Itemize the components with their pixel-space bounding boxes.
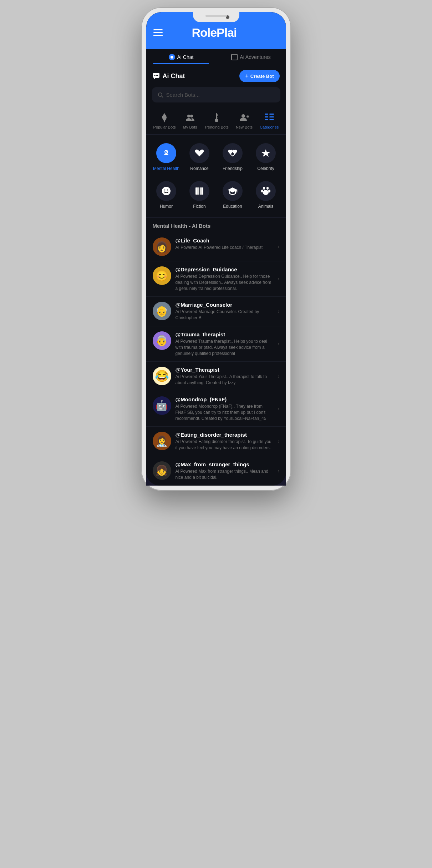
category-romance-label: Romance — [190, 166, 208, 171]
nav-trending-label: Trending Bots — [204, 125, 229, 129]
section-title: Ai Chat — [153, 72, 185, 80]
bot-desc-life-coach: AI Powered AI Powered Life coach / Thera… — [176, 245, 274, 251]
bot-desc-your-therapist: Ai Powered Your Therapist.. A therapist … — [176, 374, 274, 386]
svg-point-11 — [215, 119, 218, 122]
bots-section-label: Mental Health - AI Bots — [153, 223, 211, 229]
category-education[interactable]: Education — [216, 176, 249, 214]
category-fiction[interactable]: Fiction — [183, 176, 216, 214]
create-bot-label: Create Bot — [250, 74, 274, 79]
svg-point-29 — [162, 187, 171, 195]
svg-rect-23 — [269, 119, 274, 120]
bot-item-your-therapist[interactable]: 😂 @Your_Therapist Ai Powered Your Therap… — [146, 362, 286, 391]
bot-avatar-your-therapist: 😂 — [153, 367, 171, 385]
bot-desc-depression: Ai Powered Depression Guidance.. Help fo… — [176, 274, 274, 291]
nav-trending-bots[interactable]: Trending Bots — [204, 112, 229, 129]
bot-desc-max: Ai Powered Max from stranger things.. Me… — [176, 468, 274, 481]
category-friendship[interactable]: Friendship — [216, 138, 249, 176]
chevron-moondrop: › — [278, 406, 279, 412]
app-logo: RolePlai — [163, 26, 266, 40]
chevron-life-coach: › — [278, 244, 279, 250]
bot-name-trauma: @Trauma_therapist — [176, 331, 274, 337]
svg-point-39 — [261, 190, 263, 192]
bot-list: 👩 @Life_Coach AI Powered AI Powered Life… — [146, 232, 286, 486]
bot-item-marriage-counselor[interactable]: 👴 @Marriage_Counselor Ai Powered Marriag… — [146, 297, 286, 326]
phone-notch — [193, 12, 239, 22]
nav-icons-row: Popular Bots My Bots Trending Bots — [146, 108, 286, 135]
tab-bar: Ai Chat Ai Adventures — [146, 49, 286, 64]
category-celebrity[interactable]: Celebrity — [249, 138, 283, 176]
nav-categories[interactable]: Categories — [260, 112, 279, 129]
fire-icon — [159, 112, 170, 123]
category-mental-health[interactable]: Mental Health — [150, 138, 183, 176]
chevron-max: › — [278, 468, 279, 474]
bot-avatar-max: 👧 — [153, 461, 171, 480]
svg-rect-13 — [217, 115, 218, 116]
svg-point-3 — [154, 75, 155, 76]
svg-point-9 — [190, 115, 193, 117]
category-animals[interactable]: Animals — [249, 176, 283, 214]
svg-rect-20 — [265, 116, 268, 117]
bot-item-max-stranger-things[interactable]: 👧 @Max_from_stranger_things Ai Powered M… — [146, 456, 286, 486]
bot-item-trauma-therapist[interactable]: 👵 @Trauma_therapist Ai Powered Trauma th… — [146, 326, 286, 362]
nav-new-bots[interactable]: New Bots — [236, 112, 253, 129]
category-friendship-label: Friendship — [223, 166, 243, 171]
nav-my-bots-label: My Bots — [183, 125, 197, 129]
category-humor-label: Humor — [160, 204, 173, 209]
categories-icon — [264, 112, 275, 123]
bot-item-depression-guidance[interactable]: 😊 @Depression_Guidance Ai Powered Depres… — [146, 261, 286, 297]
humor-icon — [156, 181, 176, 201]
svg-point-30 — [164, 190, 166, 191]
create-bot-button[interactable]: + Create Bot — [239, 70, 279, 82]
svg-point-8 — [187, 115, 190, 117]
svg-marker-28 — [261, 149, 270, 157]
bot-name-marriage: @Marriage_Counselor — [176, 302, 274, 308]
chevron-your-therapist: › — [278, 373, 279, 380]
bots-section-header: Mental Health - AI Bots — [146, 218, 286, 232]
bot-item-life-coach[interactable]: 👩 @Life_Coach AI Powered AI Powered Life… — [146, 232, 286, 261]
screen-content: Ai Chat + Create Bot Search Bots... — [146, 64, 286, 486]
bot-name-max: @Max_from_stranger_things — [176, 461, 274, 467]
svg-point-4 — [156, 75, 157, 76]
app-header-bg: RolePlai — [146, 12, 286, 49]
svg-point-27 — [166, 151, 167, 152]
people-icon — [184, 112, 196, 123]
category-celebrity-label: Celebrity — [257, 166, 274, 171]
search-placeholder: Search Bots... — [166, 92, 200, 98]
bot-name-eating-disorder: @Eating_disorder_therapist — [176, 432, 274, 438]
svg-rect-18 — [265, 114, 268, 115]
svg-point-37 — [263, 187, 265, 190]
svg-point-42 — [264, 192, 265, 195]
phone-screen-area: RolePlai Ai Chat — [146, 12, 286, 486]
bot-name-life-coach: @Life_Coach — [176, 237, 274, 244]
friendship-icon — [223, 143, 243, 163]
tab-ai-adventures[interactable]: Ai Adventures — [216, 49, 286, 64]
svg-marker-35 — [228, 187, 238, 192]
svg-marker-2 — [154, 78, 156, 79]
tab-ai-chat-label: Ai Chat — [177, 54, 194, 60]
nav-popular-bots[interactable]: Popular Bots — [153, 112, 176, 129]
nav-my-bots[interactable]: My Bots — [183, 112, 197, 129]
bot-desc-moondrop: Ai Powered Moondrop (FNaF).. They are fr… — [176, 403, 274, 421]
tab-ai-chat[interactable]: Ai Chat — [146, 49, 216, 64]
category-humor[interactable]: Humor — [150, 176, 183, 214]
nav-popular-label: Popular Bots — [153, 125, 176, 129]
category-romance[interactable]: Romance — [183, 138, 216, 176]
svg-point-6 — [158, 93, 162, 96]
romance-icon — [189, 143, 209, 163]
categories-grid: Mental Health Romance Friend — [146, 135, 286, 218]
notch-speaker — [205, 15, 227, 17]
search-bar[interactable]: Search Bots... — [152, 87, 280, 102]
thermometer-icon — [211, 112, 222, 123]
svg-point-5 — [157, 75, 158, 76]
hamburger-menu-button[interactable] — [153, 29, 163, 36]
nav-new-bots-label: New Bots — [236, 125, 253, 129]
category-education-label: Education — [223, 204, 242, 209]
bot-item-moondrop[interactable]: 🤖 @Moondrop_(FNaF) Ai Powered Moondrop (… — [146, 391, 286, 427]
bot-item-eating-disorder[interactable]: 👩‍⚕️ @Eating_disorder_therapist Ai Power… — [146, 427, 286, 456]
svg-rect-12 — [217, 114, 218, 115]
search-icon — [158, 92, 163, 98]
bot-name-your-therapist: @Your_Therapist — [176, 367, 274, 373]
phone-frame: RolePlai Ai Chat — [141, 7, 291, 491]
svg-point-40 — [268, 190, 270, 192]
svg-point-0 — [171, 56, 173, 59]
